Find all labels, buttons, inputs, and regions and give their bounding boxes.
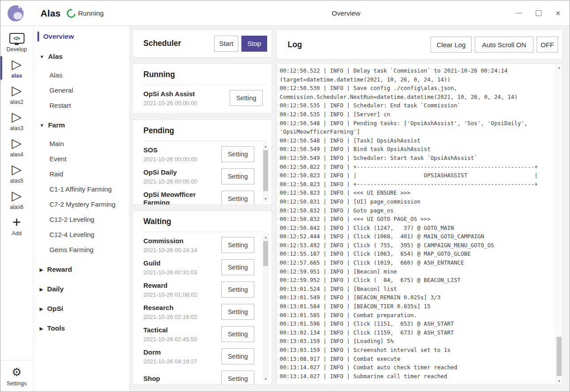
setting-button[interactable]: Setting <box>221 304 254 320</box>
task-time: 2021-10-26 00:00:00 <box>143 100 226 106</box>
task-name: Dorm <box>143 348 218 356</box>
maximize-button[interactable] <box>529 4 548 22</box>
log-line: 00:13:01.524 | INFO | [Beacon] list <box>280 285 553 294</box>
nav-item-event[interactable]: Event <box>33 153 129 164</box>
rail-item-alas5[interactable]: ▷alas5 <box>0 160 33 186</box>
close-button[interactable]: × <box>548 4 568 22</box>
task-name: Tactical <box>143 326 218 334</box>
chevron-right-icon: ▶ <box>40 287 43 292</box>
task-name: Commission <box>143 237 218 245</box>
setting-button[interactable]: Setting <box>221 282 254 298</box>
setting-button[interactable]: Setting <box>221 326 254 342</box>
nav-item-daily[interactable]: ▶Daily <box>33 284 129 294</box>
task-time: 2021-10-26 00:00:00 <box>143 178 218 185</box>
rail-item-alas3[interactable]: ▷alas3 <box>0 107 33 134</box>
setting-button[interactable]: Setting <box>221 259 254 275</box>
scroll-up-icon[interactable]: ▲ <box>556 64 562 70</box>
rail-item-label: alas5 <box>10 178 24 184</box>
log-line: 00:12:50.548 | INFO | [Task] OpsiAshAssi… <box>280 136 553 145</box>
setting-button[interactable]: Setting <box>221 146 254 162</box>
maximize-icon <box>536 10 542 16</box>
log-line: 00:12:59.951 | INFO | [Beacon] mine <box>280 267 553 276</box>
log-line: 00:12:52.444 | INFO | Click (1068, 401) … <box>280 232 553 241</box>
log-line: 00:13:03.159 | INFO | [Loading] 5% <box>280 337 553 346</box>
waiting-scrollbar[interactable]: ▲ ▼ <box>262 234 269 382</box>
stop-button[interactable]: Stop <box>241 36 267 52</box>
titlebar: Alas Running Overview × <box>0 0 570 26</box>
setting-button[interactable]: Setting <box>221 191 254 205</box>
main-area: Scheduler Start Stop Running OpSi Ash As… <box>130 26 570 392</box>
rail-item-label: Develop <box>7 46 27 53</box>
log-line: 00:12:53.492 | INFO | Click ( 755, 395) … <box>280 241 553 250</box>
start-button[interactable]: Start <box>214 36 238 52</box>
scroll-down-icon[interactable]: ▼ <box>262 196 269 202</box>
nav-item-alas[interactable]: ▼Alas <box>33 51 129 62</box>
task-info: Tactical2021-10-26 02:45:50 <box>143 326 221 343</box>
scroll-thumb[interactable] <box>263 241 268 266</box>
task-name: OpSi Ash Assist <box>143 90 226 98</box>
scheduler-panel: Scheduler Start Stop <box>132 29 272 57</box>
nav-item-general[interactable]: General <box>33 85 129 95</box>
scroll-up-icon[interactable]: ▲ <box>262 143 269 149</box>
play-icon: ▷ <box>12 57 21 72</box>
nav-item-c12-4-leveling[interactable]: C12-4 Leveling <box>33 229 129 240</box>
nav-item-overview[interactable]: Overview <box>33 31 129 42</box>
clear-log-button[interactable]: Clear Log <box>431 37 472 53</box>
rail-item-settings[interactable]: ⚙ Settings <box>0 363 33 389</box>
nav-item-c12-2-leveling[interactable]: C12-2 Leveling <box>33 214 129 225</box>
scroll-down-icon[interactable]: ▼ <box>262 376 269 382</box>
rail-item-develop[interactable]: </>Develop <box>0 29 33 55</box>
log-line: 00:12:57.665 | INFO | Click (1019, 660) … <box>280 258 553 267</box>
rail-item-alas4[interactable]: ▷alas4 <box>0 134 33 160</box>
scheduler-status-text: Running <box>78 9 104 17</box>
log-line: 00:13:02.134 | INFO | Click (1159, 673) … <box>280 328 553 337</box>
nav-item-gems-farming[interactable]: Gems Farming <box>33 244 129 255</box>
app-name: Alas <box>41 8 61 19</box>
nav-item-restart[interactable]: Restart <box>33 100 129 110</box>
titlebar-left: Alas Running <box>8 0 104 26</box>
auto-scroll-off-button[interactable]: OFF <box>537 37 558 53</box>
nav-item-label: Daily <box>47 285 64 293</box>
rail-item-label: alas <box>11 73 22 79</box>
scroll-thumb[interactable] <box>263 150 268 191</box>
setting-button[interactable]: Setting <box>221 371 254 385</box>
setting-button[interactable]: Setting <box>221 348 254 364</box>
minimize-button[interactable] <box>509 4 529 22</box>
nav-item-alas[interactable]: Alas <box>33 69 129 80</box>
minimize-icon <box>516 13 522 13</box>
scroll-thumb[interactable] <box>557 337 562 376</box>
rail-item-add[interactable]: +Add <box>0 212 33 239</box>
nav-item-tools[interactable]: ▶Tools <box>33 323 129 334</box>
log-line: 00:12:50.842 | INFO | Click (1247, 37) @… <box>280 224 553 233</box>
nav-item-main[interactable]: Main <box>33 138 129 149</box>
auto-scroll-on-button[interactable]: Auto Scroll ON <box>475 37 533 53</box>
rail-item-alas2[interactable]: ▷alas2 <box>0 81 33 107</box>
nav-item-reward[interactable]: ▶Reward <box>33 264 129 275</box>
nav-item-raid[interactable]: Raid <box>33 168 129 179</box>
nav-item-label: OpSi <box>47 305 63 313</box>
log-scrollbar[interactable]: ▲ ▼ <box>555 64 562 384</box>
task-row: Commission2021-10-26 00:24:14Setting <box>143 234 254 256</box>
nav-item-opsi[interactable]: ▶OpSi <box>33 303 129 314</box>
nav-item-c7-2-mystery-farming[interactable]: C7-2 Mystery Farming <box>33 199 129 209</box>
close-icon: × <box>555 9 560 17</box>
rail-item-label: alas4 <box>10 151 24 158</box>
nav-item-c1-1-affinity-farming[interactable]: C1-1 Affinity Farming <box>33 184 129 194</box>
running-spinner-icon <box>65 7 77 20</box>
setting-button[interactable]: Setting <box>221 168 254 184</box>
scroll-down-icon[interactable]: ▼ <box>556 378 562 384</box>
nav-item-farm[interactable]: ▼Farm <box>33 120 129 131</box>
rail-item-alas6[interactable]: ▷alas6 <box>0 186 33 212</box>
log-line: 00:12:59.952 | INFO | Click ( 84, 675) @… <box>280 276 553 285</box>
pending-scrollbar[interactable]: ▲ ▼ <box>262 143 269 202</box>
setting-button[interactable]: Setting <box>221 237 254 253</box>
scroll-up-icon[interactable]: ▲ <box>262 234 269 240</box>
rail-item-alas[interactable]: ▷alas <box>0 55 33 81</box>
instance-rail: </>Develop▷alas▷alas2▷alas3▷alas4▷alas5▷… <box>0 26 33 392</box>
task-info: OpSi Meowfficer Farming <box>143 191 221 205</box>
task-row: Tactical2021-10-26 02:45:50Setting <box>143 323 254 345</box>
setting-button[interactable]: Setting <box>230 90 263 106</box>
play-icon: ▷ <box>12 163 21 177</box>
task-row: Guild2021-10-26 00:31:03Setting <box>143 256 254 278</box>
task-info: Reward2021-10-26 01:08:02 <box>143 282 221 298</box>
